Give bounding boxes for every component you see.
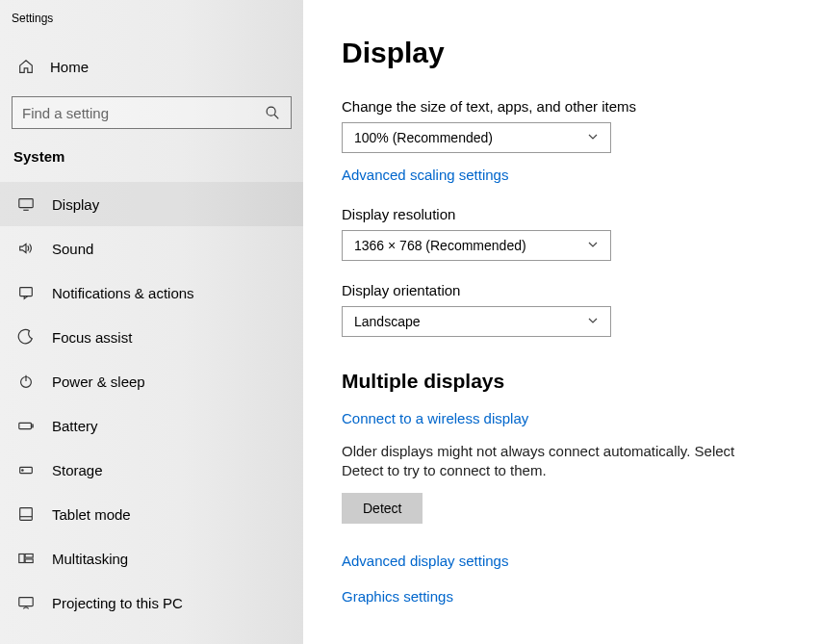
svg-line-1 bbox=[274, 115, 278, 118]
nav-item-battery[interactable]: Battery bbox=[0, 403, 303, 448]
nav-item-projecting[interactable]: Projecting to this PC bbox=[0, 580, 303, 625]
home-label: Home bbox=[50, 59, 89, 75]
nav-item-focus-assist[interactable]: Focus assist bbox=[0, 315, 303, 359]
svg-point-0 bbox=[267, 107, 275, 116]
multiple-displays-heading: Multiple displays bbox=[342, 370, 797, 393]
nav-item-label: Tablet mode bbox=[52, 506, 131, 523]
window-title: Settings bbox=[0, 10, 303, 35]
sound-icon bbox=[17, 240, 35, 257]
nav-item-label: Power & sleep bbox=[52, 374, 145, 390]
nav-item-label: Storage bbox=[52, 462, 103, 478]
orientation-dropdown[interactable]: Landscape bbox=[342, 306, 611, 337]
nav-item-label: Battery bbox=[52, 418, 98, 434]
display-icon bbox=[17, 195, 35, 213]
nav-item-label: Sound bbox=[52, 241, 93, 257]
svg-rect-7 bbox=[19, 423, 32, 428]
svg-rect-16 bbox=[19, 598, 33, 606]
svg-rect-8 bbox=[32, 425, 33, 427]
nav-item-label: Projecting to this PC bbox=[52, 595, 183, 611]
nav-item-multitasking[interactable]: Multitasking bbox=[0, 536, 303, 580]
nav-list: Display Sound Notifications & actions Fo… bbox=[0, 182, 303, 625]
scale-value: 100% (Recommended) bbox=[354, 130, 493, 145]
svg-rect-2 bbox=[19, 199, 33, 208]
svg-rect-11 bbox=[20, 508, 33, 521]
nav-item-label: Focus assist bbox=[52, 329, 132, 346]
tablet-icon bbox=[17, 505, 35, 523]
page-title: Display bbox=[342, 37, 797, 69]
category-label: System bbox=[0, 146, 303, 174]
home-icon bbox=[17, 58, 35, 75]
orientation-label: Display orientation bbox=[342, 282, 797, 298]
scale-dropdown[interactable]: 100% (Recommended) bbox=[342, 122, 611, 153]
detect-button[interactable]: Detect bbox=[342, 493, 423, 524]
svg-rect-13 bbox=[19, 554, 24, 563]
nav-item-power-sleep[interactable]: Power & sleep bbox=[0, 359, 303, 403]
multitasking-icon bbox=[17, 550, 35, 567]
nav-item-label: Notifications & actions bbox=[52, 285, 194, 301]
main-content: Display Change the size of text, apps, a… bbox=[303, 0, 820, 644]
storage-icon bbox=[17, 461, 35, 478]
sidebar: Settings Home System Display Sound bbox=[0, 0, 303, 644]
chevron-down-icon bbox=[587, 238, 599, 253]
nav-item-label: Multitasking bbox=[52, 551, 128, 567]
chevron-down-icon bbox=[587, 130, 599, 145]
nav-item-display[interactable]: Display bbox=[0, 182, 303, 226]
notifications-icon bbox=[17, 284, 35, 301]
chevron-down-icon bbox=[587, 314, 599, 329]
resolution-label: Display resolution bbox=[342, 206, 797, 222]
svg-rect-15 bbox=[25, 559, 33, 563]
nav-item-label: Display bbox=[52, 196, 99, 213]
home-button[interactable]: Home bbox=[0, 48, 303, 85]
resolution-dropdown[interactable]: 1366 × 768 (Recommended) bbox=[342, 230, 611, 261]
search-icon bbox=[264, 104, 281, 121]
connect-wireless-link[interactable]: Connect to a wireless display bbox=[342, 410, 528, 426]
nav-item-sound[interactable]: Sound bbox=[0, 226, 303, 270]
orientation-value: Landscape bbox=[354, 314, 421, 329]
nav-item-tablet-mode[interactable]: Tablet mode bbox=[0, 492, 303, 536]
svg-rect-4 bbox=[20, 288, 33, 296]
battery-icon bbox=[17, 417, 35, 434]
nav-item-storage[interactable]: Storage bbox=[0, 448, 303, 492]
advanced-scaling-link[interactable]: Advanced scaling settings bbox=[342, 167, 508, 183]
svg-point-10 bbox=[22, 470, 23, 471]
nav-item-notifications[interactable]: Notifications & actions bbox=[0, 270, 303, 315]
power-icon bbox=[17, 373, 35, 390]
search-box[interactable] bbox=[12, 96, 292, 129]
older-displays-text: Older displays might not always connect … bbox=[342, 442, 756, 481]
focus-assist-icon bbox=[17, 328, 35, 346]
advanced-display-link[interactable]: Advanced display settings bbox=[342, 553, 508, 569]
search-input[interactable] bbox=[22, 105, 264, 121]
projecting-icon bbox=[17, 594, 35, 611]
resolution-value: 1366 × 768 (Recommended) bbox=[354, 238, 526, 253]
graphics-settings-link[interactable]: Graphics settings bbox=[342, 588, 453, 605]
scale-label: Change the size of text, apps, and other… bbox=[342, 98, 797, 115]
svg-rect-14 bbox=[25, 554, 33, 558]
